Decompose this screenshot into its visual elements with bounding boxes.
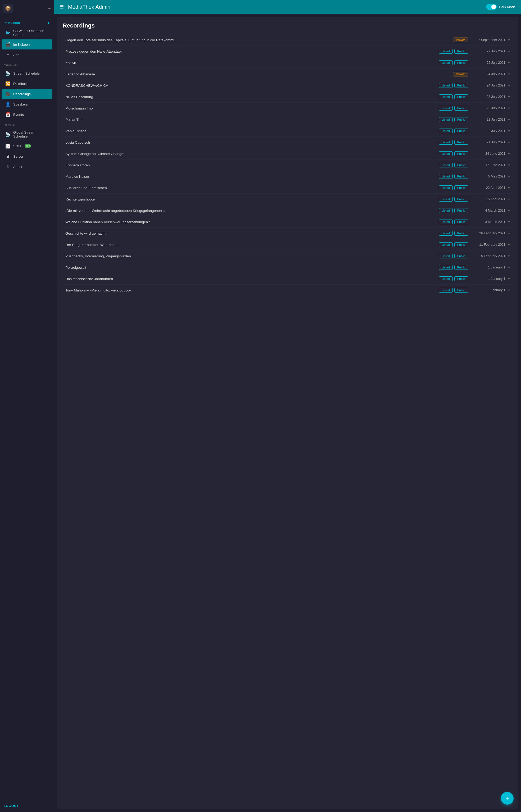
badge-private: Private	[453, 38, 468, 42]
badge-public: Public	[454, 129, 468, 133]
recording-date: 5 February 2021	[471, 254, 505, 258]
recording-badges: ListedPublic	[439, 254, 468, 258]
recording-title: Pulsar Trio	[65, 118, 436, 122]
nav-icon-recordings: 🎥	[5, 91, 10, 96]
recording-row[interactable]: Welche Funktion haben Verschwörungserzäh…	[63, 216, 513, 228]
global-nav-label: Global	[0, 120, 54, 128]
recording-row[interactable]: Mareice KaiserListedPublic5 May 2021▾	[63, 171, 513, 182]
recording-row[interactable]: Aufklären und EinmischenListedPublic22 A…	[63, 182, 513, 193]
header-title: MediaThek Admin	[68, 4, 482, 10]
nav-label-stats: Stats	[13, 144, 21, 148]
sidebar-item-about[interactable]: ℹAbout	[2, 162, 52, 172]
badge-listed: Listed	[439, 83, 453, 88]
recording-badges: ListedPublic	[439, 288, 468, 293]
recording-title: Der Berg der nackten Wahrheiten	[65, 243, 436, 247]
recording-badges: ListedPublic	[439, 106, 468, 111]
badge-listed: Listed	[439, 197, 453, 202]
sidebar-item-events[interactable]: 📅Events	[2, 110, 52, 120]
dark-mode-switch[interactable]	[486, 4, 497, 10]
badge-listed: Listed	[439, 129, 453, 133]
nav-icon-speakers: 👤	[5, 101, 10, 107]
badge-public: Public	[454, 60, 468, 65]
content-inner: Recordings Gegen den Totalitarismus des …	[58, 17, 518, 809]
chevron-down-icon: ▾	[508, 152, 510, 156]
sidebar-item-global-stream-schedule[interactable]: 📡Global Stream Schedule	[2, 128, 52, 141]
recording-date: 7 September 2021	[471, 38, 505, 42]
recording-row[interactable]: Prozess gegen den Halle-AttentäterListed…	[63, 46, 513, 57]
sidebar: 📦 ✏ Im Kukoon ▲ 🐦C3 Waffel Operation Cen…	[0, 0, 54, 812]
chevron-down-icon: ▾	[508, 38, 510, 42]
recording-date: 22 April 2021	[471, 186, 505, 190]
sidebar-item-imkukoon[interactable]: 🎬Im Kukoon	[2, 40, 52, 49]
recording-row[interactable]: Erinnern störenListedPublic17 June 2021▾	[63, 160, 513, 171]
sidebar-item-stream-schedule[interactable]: 📡Stream Schedule	[2, 68, 52, 78]
recording-row[interactable]: KONDRASCHEWA/CHICAListedPublic24 July 20…	[63, 80, 513, 91]
recording-title: Prozess gegen den Halle-Attentäter	[65, 49, 436, 53]
recording-row[interactable]: Pablo OrtegaListedPublic22 July 2021▾	[63, 125, 513, 137]
recording-row[interactable]: Gegen den Totalitarismus des Kapitals. E…	[63, 34, 513, 46]
recordings-list: Gegen den Totalitarismus des Kapitals. E…	[63, 34, 513, 296]
recording-date: 21 July 2021	[471, 140, 505, 144]
recording-title: Kat Kit	[65, 61, 436, 65]
badge-listed: Listed	[439, 219, 453, 224]
recording-title: Pushbacks, Internierung, Zugangshürden	[65, 254, 436, 258]
recording-title: Aufklären und Einmischen	[65, 186, 436, 190]
recording-row[interactable]: Geschichte wird gemachtListedPublic26 Fe…	[63, 228, 513, 239]
recording-row[interactable]: Das faschistische JahrhundertListedPubli…	[63, 273, 513, 285]
recording-row[interactable]: Kat KitListedPublic25 July 2021▾	[63, 57, 513, 69]
badge-public: Public	[454, 151, 468, 156]
sidebar-item-speakers[interactable]: 👤Speakers	[2, 99, 52, 109]
recording-row[interactable]: Motschmann TrioListedPublic23 July 2021▾	[63, 102, 513, 114]
recording-row[interactable]: System Change not Climate Change!ListedP…	[63, 148, 513, 160]
recording-date: 15 April 2021	[471, 197, 505, 201]
add-fab-button[interactable]: +	[501, 792, 514, 805]
badge-public: Public	[454, 242, 468, 247]
badge-public: Public	[454, 117, 468, 122]
recording-row[interactable]: Der Berg der nackten WahrheitenListedPub…	[63, 239, 513, 251]
badge-listed: Listed	[439, 60, 453, 65]
recording-row[interactable]: Tony Mahoni – »Vieja muito, vieja pouco«…	[63, 285, 513, 296]
badge-public: Public	[454, 197, 468, 202]
sidebar-item-stats[interactable]: 📈Statsdev	[2, 141, 52, 151]
hamburger-icon[interactable]: ☰	[60, 4, 64, 10]
sidebar-item-recordings[interactable]: 🎥Recordings	[2, 89, 52, 99]
recording-badges: ListedPublic	[439, 83, 468, 88]
badge-listed: Listed	[439, 254, 453, 258]
logout-button[interactable]: LOGOUT	[4, 804, 50, 808]
badge-listed: Listed	[439, 49, 453, 54]
badge-public: Public	[454, 208, 468, 213]
edit-icon[interactable]: ✏	[48, 6, 51, 10]
badge-public: Public	[454, 83, 468, 88]
chevron-down-icon: ▾	[508, 140, 510, 144]
recording-row[interactable]: PolizeigewaltListedPublic1 January 1▾	[63, 262, 513, 273]
recording-date: 3 March 2021	[471, 220, 505, 224]
recording-date: 24 July 2021	[471, 72, 505, 76]
toggle-knob	[491, 4, 496, 9]
nav-icon-global-stream-schedule: 📡	[5, 132, 10, 137]
recording-row[interactable]: Federico AlbanesePrivate24 July 2021▾	[63, 69, 513, 80]
recording-row[interactable]: „Die mir von der Wehrmacht angebotenen K…	[63, 205, 513, 216]
recording-row[interactable]: Niklas PaschburgListedPublic23 July 2021…	[63, 91, 513, 102]
sidebar-item-server[interactable]: 🖥Server	[2, 151, 52, 161]
channel-section-header: Im Kukoon ▲	[0, 17, 54, 26]
recording-title: Niklas Paschburg	[65, 95, 436, 99]
recording-title: Geschichte wird gemacht	[65, 231, 436, 235]
recording-row[interactable]: Pulsar TrioListedPublic22 July 2021▾	[63, 114, 513, 125]
sidebar-item-distribution[interactable]: 🔀Distribution	[2, 78, 52, 89]
nav-label-imkukoon: Im Kukoon	[13, 43, 30, 47]
recording-title: Erinnern stören	[65, 163, 436, 167]
recording-row[interactable]: Pushbacks, Internierung, ZugangshürdenLi…	[63, 251, 513, 262]
recording-badges: ListedPublic	[439, 219, 468, 224]
sidebar-item-c3woc[interactable]: 🐦C3 Waffel Operation Center	[2, 26, 52, 39]
nav-icon-add: +	[5, 52, 10, 57]
recording-row[interactable]: Rechte EgoshooterListedPublic15 April 20…	[63, 193, 513, 205]
channel-nav-label: Channel	[0, 60, 54, 68]
chevron-down-icon: ▾	[508, 72, 510, 76]
dev-badge: dev	[25, 144, 31, 147]
recording-row[interactable]: Lucia CadotschListedPublic21 July 2021▾	[63, 137, 513, 148]
badge-listed: Listed	[439, 265, 453, 270]
dark-mode-toggle[interactable]: Dark Mode	[486, 4, 516, 10]
sidebar-item-add[interactable]: +Add	[2, 50, 52, 60]
recording-title: Welche Funktion haben Verschwörungserzäh…	[65, 220, 436, 224]
chevron-down-icon: ▾	[508, 265, 510, 270]
